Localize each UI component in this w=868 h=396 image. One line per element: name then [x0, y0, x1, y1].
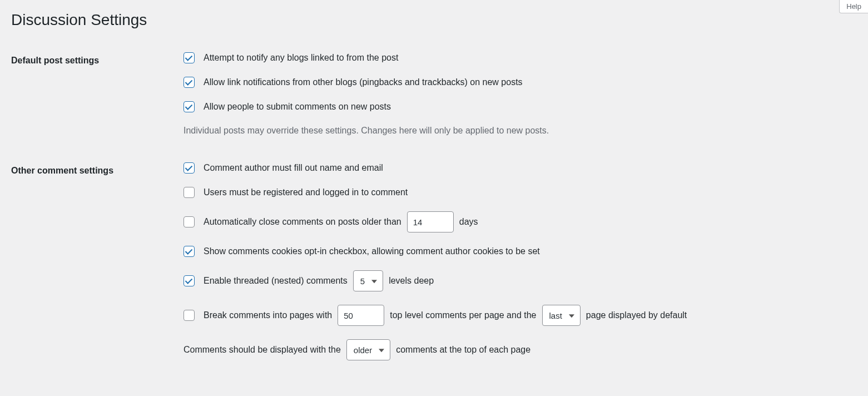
label-order-pre: Comments should be displayed with the	[183, 345, 341, 355]
settings-form: Default post settings Attempt to notify …	[11, 46, 857, 373]
label-allow-comments[interactable]: Allow people to submit comments on new p…	[204, 102, 391, 112]
section-heading-other-comments: Other comment settings	[11, 156, 183, 373]
help-label: Help	[846, 2, 861, 11]
checkbox-allow-comments[interactable]	[183, 101, 195, 112]
select-default-page[interactable]: last	[542, 305, 581, 326]
label-paginate-pre[interactable]: Break comments into pages with	[204, 310, 332, 320]
label-threaded-pre[interactable]: Enable threaded (nested) comments	[204, 276, 348, 286]
checkbox-require-name-email[interactable]	[183, 162, 195, 174]
label-comment-cookies[interactable]: Show comments cookies opt-in checkbox, a…	[204, 246, 540, 256]
select-comment-order[interactable]: older	[346, 339, 390, 360]
checkbox-require-registration[interactable]	[183, 187, 195, 198]
label-order-post: comments at the top of each page	[396, 345, 530, 355]
select-comment-order-value: older	[354, 345, 372, 355]
checkbox-comment-cookies[interactable]	[183, 246, 195, 257]
input-comments-per-page[interactable]	[338, 305, 384, 326]
checkbox-close-old-comments[interactable]	[183, 216, 195, 227]
select-threaded-levels[interactable]: 5	[353, 270, 383, 291]
label-notify-linked-blogs[interactable]: Attempt to notify any blogs linked to fr…	[204, 53, 398, 63]
label-close-old-post: days	[459, 217, 478, 227]
help-tab[interactable]: Help	[839, 0, 868, 13]
checkbox-allow-pingbacks[interactable]	[183, 77, 195, 88]
checkbox-notify-linked-blogs[interactable]	[183, 52, 195, 63]
label-paginate-mid: top level comments per page and the	[390, 310, 536, 320]
input-close-old-days[interactable]	[407, 211, 454, 232]
section-heading-default-post: Default post settings	[11, 46, 183, 156]
label-allow-pingbacks[interactable]: Allow link notifications from other blog…	[204, 77, 523, 87]
label-paginate-post: page displayed by default	[586, 310, 687, 320]
label-close-old-pre[interactable]: Automatically close comments on posts ol…	[204, 217, 401, 227]
checkbox-paginate-comments[interactable]	[183, 310, 195, 321]
select-threaded-levels-value: 5	[360, 276, 365, 286]
label-threaded-post: levels deep	[389, 276, 434, 286]
select-default-page-value: last	[549, 311, 562, 320]
checkbox-threaded-comments[interactable]	[183, 275, 195, 286]
page-title: Discussion Settings	[11, 11, 857, 29]
default-post-note: Individual posts may override these sett…	[183, 126, 851, 136]
label-require-registration[interactable]: Users must be registered and logged in t…	[204, 187, 408, 197]
label-require-name-email[interactable]: Comment author must fill out name and em…	[204, 163, 383, 173]
